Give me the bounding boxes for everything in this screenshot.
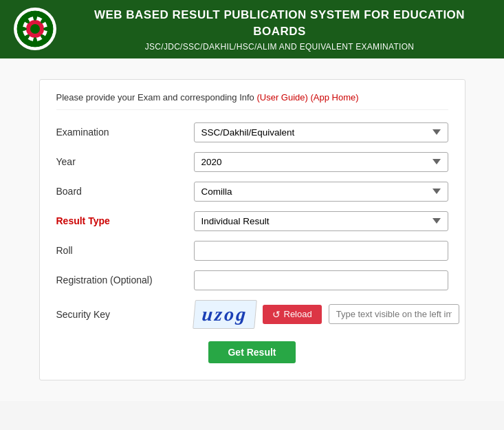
board-select[interactable]: ComillaDhakaRajshahiChittagongBarisalSyl… <box>194 182 448 202</box>
year-control: 2020201920182017 <box>194 152 448 172</box>
form-info: Please provide your Exam and correspondi… <box>56 92 448 110</box>
form-container: Please provide your Exam and correspondi… <box>39 79 465 380</box>
year-select[interactable]: 2020201920182017 <box>194 152 448 172</box>
result-type-select[interactable]: Individual ResultInstitution Result <box>194 211 448 231</box>
info-text: Please provide your Exam and correspondi… <box>56 92 257 103</box>
captcha-image: uzog <box>193 300 257 329</box>
user-guide-link[interactable]: (User Guide) <box>256 92 307 103</box>
reload-label: Reload <box>284 309 312 319</box>
submit-row: Get Result <box>56 341 448 363</box>
registration-input[interactable] <box>194 270 448 290</box>
result-type-row: Result Type Individual ResultInstitution… <box>56 211 448 231</box>
captcha-input[interactable] <box>329 304 459 324</box>
board-row: Board ComillaDhakaRajshahiChittagongBari… <box>56 182 448 202</box>
security-key-row: Security Key uzog ↺ Reload <box>56 300 448 329</box>
roll-label: Roll <box>56 245 194 256</box>
registration-label: Registration (Optional) <box>56 275 194 286</box>
examination-control: SSC/Dakhil/EquivalentJSC/JDCHSC/Alim <box>194 122 448 142</box>
examination-select[interactable]: SSC/Dakhil/EquivalentJSC/JDCHSC/Alim <box>194 122 448 142</box>
year-label: Year <box>56 156 194 167</box>
examination-label: Examination <box>56 127 194 138</box>
logo-svg <box>16 10 54 48</box>
header-subtitle: JSC/JDC/SSC/DAKHIL/HSC/ALIM AND EQUIVALE… <box>69 42 490 52</box>
header-text-block: WEB BASED RESULT PUBLICATION SYSTEM FOR … <box>69 7 490 52</box>
board-label: Board <box>56 186 194 197</box>
header-title: WEB BASED RESULT PUBLICATION SYSTEM FOR … <box>69 7 490 40</box>
site-header: WEB BASED RESULT PUBLICATION SYSTEM FOR … <box>0 0 504 58</box>
svg-point-3 <box>30 24 40 34</box>
reload-button[interactable]: ↺ Reload <box>263 305 322 324</box>
svg-point-6 <box>43 27 52 31</box>
result-type-control: Individual ResultInstitution Result <box>194 211 448 231</box>
board-control: ComillaDhakaRajshahiChittagongBarisalSyl… <box>194 182 448 202</box>
svg-point-8 <box>33 37 37 45</box>
security-controls: uzog ↺ Reload <box>194 300 459 329</box>
app-home-link[interactable]: (App Home) <box>311 92 359 103</box>
year-row: Year 2020201920182017 <box>56 152 448 172</box>
roll-row: Roll <box>56 241 448 261</box>
logo <box>14 8 56 50</box>
submit-button[interactable]: Get Result <box>208 341 295 363</box>
reload-icon: ↺ <box>272 309 281 320</box>
security-key-label: Security Key <box>56 309 194 320</box>
roll-input[interactable] <box>194 241 448 261</box>
registration-control <box>194 270 448 290</box>
registration-row: Registration (Optional) <box>56 270 448 290</box>
result-type-label: Result Type <box>56 215 194 226</box>
examination-row: Examination SSC/Dakhil/EquivalentJSC/JDC… <box>56 122 448 142</box>
svg-point-4 <box>33 12 37 21</box>
main-content: Please provide your Exam and correspondi… <box>0 58 504 401</box>
svg-point-10 <box>19 27 27 31</box>
roll-control <box>194 241 448 261</box>
